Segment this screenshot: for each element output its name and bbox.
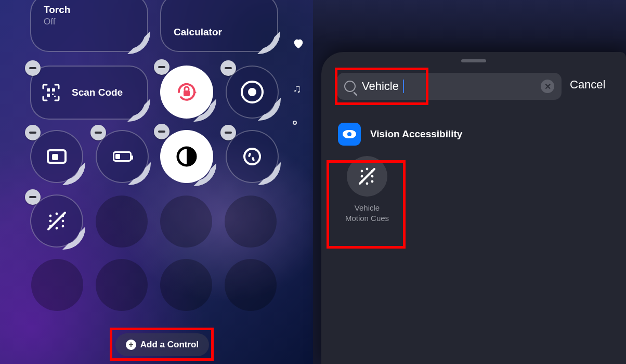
highlight-search	[335, 68, 428, 105]
empty-slot[interactable]	[31, 259, 83, 311]
control-center-edit-panel: ♫ Torch Off Calculator Scan Code	[0, 0, 313, 364]
torch-tile[interactable]: Torch Off	[30, 0, 148, 52]
torch-title: Torch	[44, 4, 135, 16]
remove-icon[interactable]	[90, 125, 106, 140]
screen-record-tile[interactable]	[226, 66, 279, 119]
section-title: Vision Accessibility	[370, 128, 462, 140]
resize-handle-icon[interactable]	[258, 162, 281, 185]
empty-slot[interactable]	[160, 259, 212, 311]
section-vision-accessibility: Vision Accessibility	[338, 123, 462, 146]
empty-slot[interactable]	[160, 196, 212, 248]
search-sheet: Vehicle ✕ Cancel Vision Accessibility	[321, 52, 626, 364]
svg-rect-5	[184, 90, 190, 96]
resize-handle-icon[interactable]	[193, 99, 216, 122]
resize-handle-icon[interactable]	[258, 98, 281, 121]
page-dot-icon[interactable]	[293, 121, 297, 125]
torch-status: Off	[44, 17, 135, 27]
svg-rect-2	[47, 94, 50, 97]
dark-mode-tile[interactable]	[160, 130, 213, 183]
resize-handle-icon[interactable]	[257, 31, 280, 54]
svg-point-14	[56, 227, 58, 230]
resize-handle-icon[interactable]	[193, 163, 216, 186]
resize-handle-icon[interactable]	[128, 162, 151, 185]
svg-rect-0	[47, 88, 50, 92]
scan-code-tile[interactable]: Scan Code	[30, 66, 148, 120]
resize-handle-icon[interactable]	[62, 162, 85, 185]
remove-icon[interactable]	[25, 60, 41, 76]
calculator-title: Calculator	[174, 27, 222, 38]
music-icon[interactable]: ♫	[293, 82, 302, 96]
alarm-tile[interactable]	[226, 130, 279, 183]
rotation-lock-tile[interactable]	[160, 66, 213, 119]
qr-code-icon	[42, 83, 60, 102]
add-control-search-panel: Vehicle ✕ Cancel Vision Accessibility	[313, 0, 626, 364]
scan-code-label: Scan Code	[72, 87, 123, 98]
svg-rect-3	[52, 94, 54, 95]
highlight-result	[327, 160, 406, 249]
motion-cues-tile[interactable]	[30, 194, 83, 248]
vision-accessibility-icon	[338, 123, 361, 146]
highlight-add-control	[110, 328, 214, 361]
svg-point-11	[62, 220, 64, 223]
empty-slot[interactable]	[96, 196, 148, 248]
svg-point-8	[49, 220, 52, 223]
cancel-button[interactable]: Cancel	[570, 78, 605, 92]
empty-slot[interactable]	[96, 259, 148, 311]
low-power-icon	[113, 151, 132, 162]
calculator-tile[interactable]: Calculator	[160, 0, 278, 52]
empty-slot[interactable]	[225, 196, 277, 248]
remove-icon[interactable]	[220, 125, 236, 140]
remove-icon[interactable]	[220, 60, 236, 76]
remove-icon[interactable]	[154, 124, 169, 139]
heart-icon[interactable]	[293, 38, 304, 49]
remove-icon[interactable]	[25, 125, 41, 140]
svg-point-13	[56, 213, 58, 215]
empty-slot[interactable]	[225, 259, 277, 311]
sheet-grabber-icon[interactable]	[461, 59, 486, 62]
remove-icon[interactable]	[154, 59, 169, 75]
resize-handle-icon[interactable]	[127, 99, 150, 122]
resize-handle-icon[interactable]	[62, 227, 85, 250]
clear-search-button[interactable]: ✕	[541, 80, 554, 93]
svg-point-7	[49, 215, 52, 217]
svg-rect-1	[52, 88, 55, 92]
camera-icon	[47, 149, 67, 164]
resize-handle-icon[interactable]	[127, 31, 150, 54]
camera-tile[interactable]	[30, 130, 83, 183]
svg-rect-4	[54, 96, 56, 97]
low-power-tile[interactable]	[96, 130, 149, 183]
remove-icon[interactable]	[25, 189, 41, 205]
